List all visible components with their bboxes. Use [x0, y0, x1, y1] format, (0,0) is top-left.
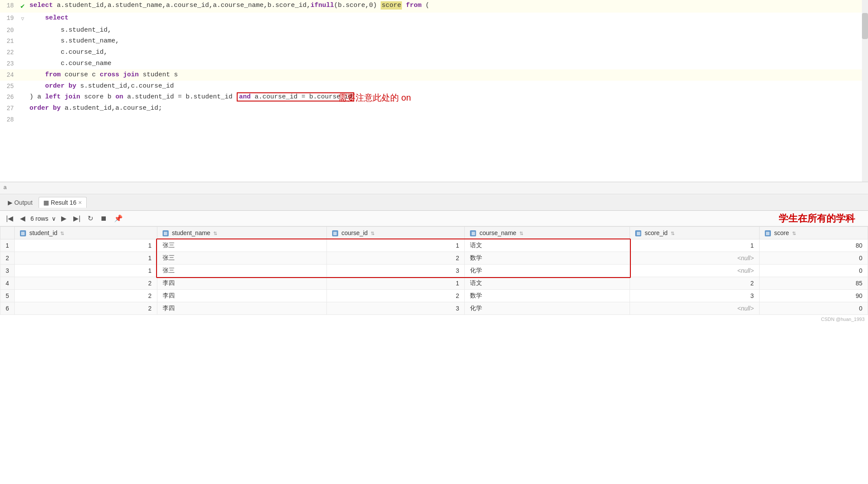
result-toolbar: |◀ ◀ 6 rows ∨ ▶ ▶| ↻ ⏹ 📌 学生在所有的学科 — [0, 211, 868, 226]
fold-icon[interactable]: ▽ — [21, 16, 24, 22]
watermark: CSDN @huan_1993 — [0, 315, 868, 324]
line-content-28 — [28, 114, 868, 125]
sort-icon-course-name[interactable]: ⇅ — [519, 231, 523, 236]
cell-score: 85 — [759, 277, 868, 290]
cell-score-id: <null> — [630, 302, 760, 315]
next-page-button[interactable]: ▶ — [59, 213, 68, 223]
cell-student-name: 李四 — [157, 277, 326, 290]
line-content-26: ) a left join score b on a.student_id = … — [28, 92, 868, 103]
row-num: 5 — [0, 290, 15, 302]
col-label-student-name: student_name — [172, 229, 210, 236]
line-num-23: 23 — [0, 58, 17, 69]
col-label-score-id: score_id — [645, 229, 668, 236]
cell-score-id: <null> — [630, 265, 760, 277]
cell-student-name: 李四 — [157, 290, 326, 302]
line-content-22: c.course_id, — [28, 47, 868, 58]
table-row: 42李四1语文285 — [0, 277, 868, 290]
table-row: 62李四3化学<null>0 — [0, 302, 868, 315]
line-content-20: s.student_id, — [28, 25, 868, 36]
col-header-student-name[interactable]: ▦ student_name ⇅ — [157, 227, 326, 239]
line-content-25: order by s.student_id,c.course_id — [28, 81, 868, 92]
cell-student-name: 张三 — [157, 265, 326, 277]
first-page-button[interactable]: |◀ — [4, 213, 15, 223]
check-icon: ✔ — [20, 3, 25, 10]
col-header-score[interactable]: ▦ score ⇅ — [759, 227, 868, 239]
pin-button[interactable]: 📌 — [112, 213, 124, 223]
bottom-tabs: ▶ Output ▦ Result 16 ✕ — [0, 194, 868, 211]
cell-course-id: 3 — [326, 302, 465, 315]
cell-course-name: 数学 — [465, 252, 630, 265]
line-num-19: 19 — [0, 13, 17, 25]
tab-close-icon[interactable]: ✕ — [78, 200, 82, 206]
scrollbar-track[interactable] — [862, 0, 868, 182]
null-value: <null> — [737, 255, 754, 262]
code-editor: 18✔select a.student_id,a.student_name,a.… — [0, 0, 868, 182]
cell-score-id: 1 — [630, 239, 760, 252]
rows-dropdown-icon[interactable]: ∨ — [52, 215, 56, 222]
table-row: 11张三1语文180 — [0, 239, 868, 252]
col-icon-course-name: ▦ — [470, 230, 476, 236]
result-table-container: ▦ student_id ⇅ ▦ student_name ⇅ ▦ course… — [0, 226, 868, 315]
cell-student-id: 2 — [14, 277, 157, 290]
table-row: 52李四2数学390 — [0, 290, 868, 302]
row-num-header — [0, 227, 15, 239]
line-content-18: select a.student_id,a.student_name,a.cou… — [28, 0, 868, 13]
cell-student-id: 2 — [14, 302, 157, 315]
cell-course-name: 化学 — [465, 265, 630, 277]
cell-student-id: 2 — [14, 290, 157, 302]
rows-count-label: 6 rows — [30, 215, 48, 222]
col-header-student-id[interactable]: ▦ student_id ⇅ — [14, 227, 157, 239]
cell-score-id: 2 — [630, 277, 760, 290]
line-num-24: 24 — [0, 69, 17, 81]
cell-score-id: <null> — [630, 252, 760, 265]
line-num-25: 25 — [0, 81, 17, 92]
cell-course-name: 语文 — [465, 277, 630, 290]
col-icon-student-name: ▦ — [163, 230, 169, 236]
table-row: 31张三3化学<null>0 — [0, 265, 868, 277]
col-icon-course-id: ▦ — [332, 230, 338, 236]
line-content-27: order by a.student_id,a.course_id; — [28, 103, 868, 114]
col-icon-score: ▦ — [765, 230, 771, 236]
col-label-score: score — [774, 229, 789, 236]
sort-icon-student-id[interactable]: ⇅ — [60, 231, 64, 236]
tab-output[interactable]: ▶ Output — [3, 197, 37, 208]
sort-icon-course-id[interactable]: ⇅ — [371, 231, 375, 236]
col-icon-score-id: ▦ — [635, 230, 641, 236]
cell-score-id: 3 — [630, 290, 760, 302]
cell-student-name: 张三 — [157, 239, 326, 252]
cell-student-id: 1 — [14, 265, 157, 277]
line-content-23: c.course_name — [28, 58, 868, 69]
col-header-course-id[interactable]: ▦ course_id ⇅ — [326, 227, 465, 239]
cell-student-name: 李四 — [157, 302, 326, 315]
line-content-19: select — [28, 13, 868, 25]
result-table: ▦ student_id ⇅ ▦ student_name ⇅ ▦ course… — [0, 226, 868, 315]
code-table: 18✔select a.student_id,a.student_name,a.… — [0, 0, 868, 125]
cell-score: 0 — [759, 302, 868, 315]
sort-icon-score[interactable]: ⇅ — [792, 231, 796, 236]
line-content-24: from course c cross join student s — [28, 69, 868, 81]
stop-button[interactable]: ⏹ — [98, 214, 109, 223]
scrollbar-thumb[interactable] — [862, 13, 868, 39]
cell-score: 80 — [759, 239, 868, 252]
sort-icon-score-id[interactable]: ⇅ — [671, 231, 675, 236]
annotation-title: 学生在所有的学科 — [779, 212, 864, 225]
prev-page-button[interactable]: ◀ — [18, 213, 27, 223]
cell-student-name: 张三 — [157, 252, 326, 265]
col-icon-student-id: ▦ — [20, 230, 26, 236]
cell-course-name: 化学 — [465, 302, 630, 315]
refresh-button[interactable]: ↻ — [86, 213, 95, 223]
tab-output-label: Output — [14, 199, 33, 206]
cell-course-id: 2 — [326, 290, 465, 302]
col-header-course-name[interactable]: ▦ course_name ⇅ — [465, 227, 630, 239]
result-table-icon: ▦ — [43, 199, 49, 206]
editor-tab-label[interactable]: a — [0, 182, 868, 194]
line-num-21: 21 — [0, 36, 17, 47]
line-num-27: 27 — [0, 103, 17, 114]
tab-result16[interactable]: ▦ Result 16 ✕ — [39, 197, 87, 208]
col-label-student-id: student_id — [29, 229, 58, 236]
cell-student-id: 1 — [14, 252, 157, 265]
last-page-button[interactable]: ▶| — [72, 213, 82, 223]
col-header-score-id[interactable]: ▦ score_id ⇅ — [630, 227, 760, 239]
cell-course-id: 1 — [326, 239, 465, 252]
sort-icon-student-name[interactable]: ⇅ — [213, 231, 217, 236]
